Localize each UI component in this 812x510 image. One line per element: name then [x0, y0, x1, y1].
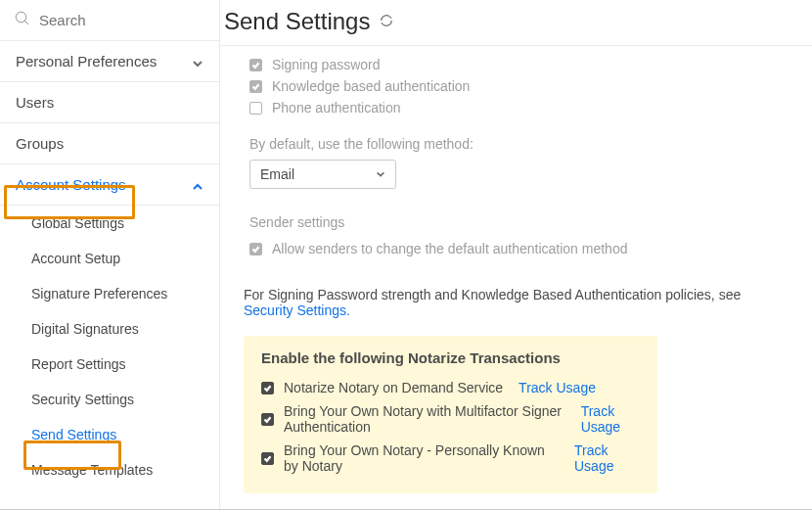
select-value: Email	[260, 166, 294, 182]
subnav-account-setup[interactable]: Account Setup	[0, 241, 219, 276]
notarize-panel: Enable the following Notarize Transactio…	[244, 336, 657, 493]
checkbox-checked-icon[interactable]	[261, 413, 274, 426]
checkbox-checked-icon[interactable]	[249, 80, 262, 93]
nav-label: Personal Preferences	[16, 53, 157, 70]
checkbox-checked-icon[interactable]	[261, 382, 274, 394]
chevron-up-icon	[192, 179, 203, 191]
default-method-label: By default, use the following method:	[249, 136, 785, 152]
svg-point-0	[16, 12, 26, 23]
notarize-label: Bring Your Own Notary - Personally Known…	[284, 442, 559, 474]
sender-allow-row: Allow senders to change the default auth…	[249, 238, 785, 259]
content: Signing password Knowledge based authent…	[220, 54, 812, 509]
notarize-row-on-demand: Notarize Notary on Demand Service Track …	[261, 376, 640, 399]
subnav-message-templates[interactable]: Message Templates	[0, 452, 219, 487]
refresh-icon[interactable]	[380, 14, 393, 30]
subnav-report-settings[interactable]: Report Settings	[0, 347, 219, 382]
notarize-label: Bring Your Own Notary with Multifactor S…	[284, 403, 565, 435]
notarize-label: Notarize Notary on Demand Service	[284, 380, 503, 395]
notarize-row-byon-mfa: Bring Your Own Notary with Multifactor S…	[261, 399, 640, 439]
security-settings-link[interactable]: Security Settings.	[244, 302, 350, 318]
subnav-global-settings[interactable]: Global Settings	[0, 206, 219, 241]
subnav-send-settings[interactable]: Send Settings	[0, 417, 219, 452]
default-method-select[interactable]: Email	[249, 160, 396, 189]
track-usage-link[interactable]: Track Usage	[581, 403, 640, 435]
search-icon	[14, 10, 31, 30]
track-usage-link[interactable]: Track Usage	[574, 442, 640, 474]
checkbox-checked-icon[interactable]	[249, 59, 262, 71]
notarize-title: Enable the following Notarize Transactio…	[261, 349, 640, 366]
auth-signing-password-row: Signing password	[249, 54, 785, 75]
subnav: Global Settings Account Setup Signature …	[0, 206, 219, 487]
sidebar-item-users[interactable]: Users	[0, 82, 219, 123]
main: Send Settings Signing password Knowledge…	[220, 0, 812, 509]
svg-line-1	[24, 21, 28, 24]
sender-allow-label: Allow senders to change the default auth…	[272, 241, 627, 256]
checkbox-empty-icon[interactable]	[249, 102, 262, 115]
subnav-security-settings[interactable]: Security Settings	[0, 382, 219, 417]
nav-label: Account Settings	[16, 176, 126, 193]
track-usage-link[interactable]: Track Usage	[519, 380, 596, 395]
subnav-digital-signatures[interactable]: Digital Signatures	[0, 311, 219, 347]
subnav-signature-preferences[interactable]: Signature Preferences	[0, 276, 219, 311]
chevron-down-icon	[376, 166, 385, 182]
chevron-down-icon	[192, 56, 203, 68]
sidebar-item-personal-preferences[interactable]: Personal Preferences	[0, 41, 219, 82]
sender-settings-label: Sender settings	[249, 214, 785, 230]
sidebar-item-groups[interactable]: Groups	[0, 123, 219, 164]
nav-label: Users	[16, 94, 54, 111]
auth-label: Knowledge based authentication	[272, 78, 470, 94]
auth-label: Signing password	[272, 57, 381, 72]
nav-label: Groups	[16, 135, 64, 152]
sidebar-item-account-settings[interactable]: Account Settings	[0, 164, 219, 206]
policy-prefix: For Signing Password strength and Knowle…	[244, 287, 741, 302]
auth-label: Phone authentication	[272, 100, 401, 116]
auth-phone-row: Phone authentication	[249, 97, 785, 118]
policy-text: For Signing Password strength and Knowle…	[244, 287, 785, 318]
search-input[interactable]	[39, 12, 205, 28]
page-title: Send Settings	[224, 8, 370, 35]
sidebar: Personal Preferences Users Groups Accoun…	[0, 0, 220, 509]
search-row[interactable]	[0, 0, 219, 41]
notarize-row-byon-pk: Bring Your Own Notary - Personally Known…	[261, 439, 640, 478]
checkbox-checked-icon[interactable]	[249, 243, 262, 255]
checkbox-checked-icon[interactable]	[261, 452, 274, 465]
page-title-row: Send Settings	[220, 8, 812, 46]
auth-kba-row: Knowledge based authentication	[249, 75, 785, 97]
